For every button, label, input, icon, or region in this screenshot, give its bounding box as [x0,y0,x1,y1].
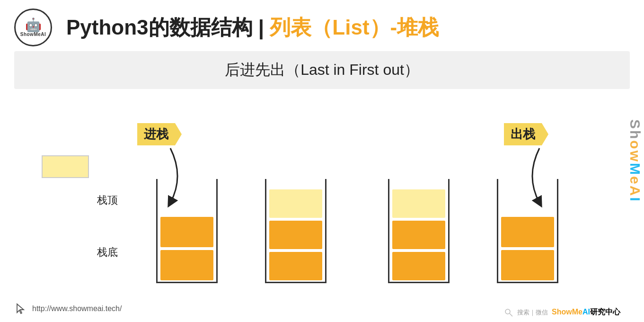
logo-text: ShowMeAI [20,32,46,37]
footer-url: http://www.showmeai.tech/ [32,304,122,313]
stack-3-item-1 [392,252,445,280]
stack-4 [497,179,558,283]
title-black: Python3的数据结构 | [66,16,270,39]
svg-point-0 [505,309,510,314]
bw-brand-suffix: 研究中心 [590,308,620,316]
push-label: 进栈 [137,123,182,145]
stack-3-item-3 [392,189,445,218]
pop-label-container: 出栈 [504,123,548,145]
header: 🤖 ShowMeAI Python3的数据结构 | 列表（List）-堆栈 [0,0,644,51]
stack-2-item-3 [269,189,322,218]
stack-1-item-2 [160,217,213,247]
svg-line-1 [510,313,512,316]
cursor-icon [14,302,27,315]
bottom-right-watermark: 搜索｜微信 ShowMeAI研究中心 [504,307,620,317]
stack-4-item-1 [501,250,554,280]
stack-2-item-2 [269,221,322,249]
stack-2 [265,179,326,283]
stack-1 [156,179,218,283]
stack-3 [388,179,450,283]
stack-2-item-1 [269,252,322,280]
push-label-container: 进栈 [137,123,182,145]
bw-search-text: 搜索｜微信 [517,308,548,317]
float-item [42,155,89,178]
subtitle-text: 后进先出（Last in First out） [225,61,419,78]
title-colored: 列表（List）-堆栈 [270,16,439,39]
logo: 🤖 ShowMeAI [14,9,52,46]
bw-brand-show: ShowMe [552,308,582,316]
footer: http://www.showmeai.tech/ [14,302,122,315]
bw-brand-meai: AI [582,308,590,316]
subtitle-banner: 后进先出（Last in First out） [14,51,630,89]
logo-icon: 🤖 [25,18,42,32]
bw-brand: ShowMeAI研究中心 [552,307,620,317]
search-icon [504,308,513,317]
pop-label: 出栈 [504,123,548,145]
stack-bottom-label: 栈底 [97,245,118,259]
stack-top-label: 栈顶 [97,193,118,207]
page-title: Python3的数据结构 | 列表（List）-堆栈 [66,14,439,42]
stack-4-item-2 [501,217,554,247]
stack-1-item-1 [160,250,213,280]
diagram-area: 进栈 出栈 栈顶 栈底 [14,98,630,278]
stack-3-item-2 [392,221,445,249]
